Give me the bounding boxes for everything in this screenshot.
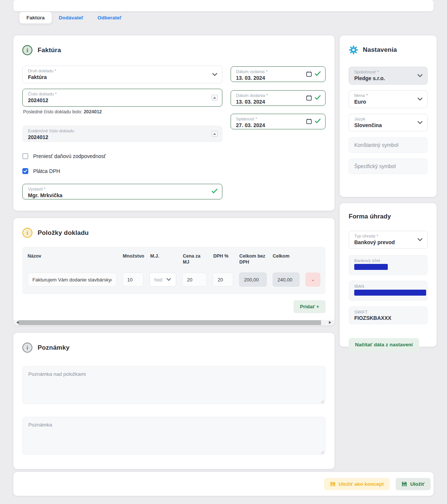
col-header-mnozstvo: Množstvo <box>123 253 145 259</box>
item-row: hod 200,00 240,00 - <box>28 267 320 294</box>
tab-dodavatel[interactable]: Dodávateľ <box>52 12 91 23</box>
language-value: Slovenčina <box>354 122 422 129</box>
currency-value: Euro <box>354 98 422 105</box>
due-date-field[interactable]: Splatnosť * 27. 03. 2024 <box>231 114 326 129</box>
document-number-input[interactable] <box>28 97 202 104</box>
item-unit-price-cell <box>182 273 207 287</box>
item-unit-value: hod <box>154 277 162 283</box>
vat-payer-checkbox-row[interactable]: Plátca DPH <box>22 168 222 174</box>
language-select[interactable]: Jazyk Slovenčina <box>349 114 428 132</box>
notes-card-title: Poznámky <box>38 344 70 352</box>
swift-field[interactable]: SWIFT FIOZSKBAXXX <box>349 306 428 324</box>
delivery-date-field[interactable]: Dátum dodania * 13. 03. 2024 <box>231 90 326 106</box>
constant-symbol-input[interactable] <box>349 137 428 153</box>
company-select[interactable]: Spoločnosť * Pledge s.r.o. <box>349 67 428 85</box>
number-stepper-icon[interactable] <box>212 131 218 137</box>
document-number-label: Číslo dokladu * <box>28 92 217 96</box>
item-unit-price-input[interactable] <box>187 277 202 283</box>
valid-check-icon <box>212 189 218 193</box>
horizontal-scrollbar[interactable] <box>13 320 335 325</box>
calendar-icon[interactable] <box>306 71 312 77</box>
top-whitespace-bar <box>13 0 434 11</box>
issue-date-field[interactable]: Dátum vydania * 13. 03. 2024 <box>231 66 326 82</box>
info-icon: i <box>22 228 32 238</box>
registry-number-field[interactable]: Evidenčné číslo dokladu <box>22 126 222 142</box>
col-header-nazov: Názov <box>28 253 117 259</box>
company-value: Pledge s.r.o. <box>354 75 422 82</box>
load-settings-data-button[interactable]: Načítať dáta z nastavení <box>349 338 419 351</box>
item-quantity-cell <box>123 273 144 287</box>
item-name-input[interactable] <box>32 277 112 283</box>
document-type-value: Faktúra <box>28 74 217 81</box>
scrollbar-thumb[interactable] <box>19 320 321 325</box>
reverse-charge-checkbox-row[interactable]: Preniesť daňovú zodpovednosť <box>22 153 222 159</box>
chevron-down-icon <box>418 238 422 241</box>
vat-payer-label: Plátca DPH <box>33 168 60 174</box>
save-label: Uložiť <box>410 481 425 487</box>
save-button[interactable]: Uložiť <box>396 478 431 490</box>
chevron-down-icon <box>418 98 422 101</box>
iban-field[interactable]: IBAN <box>349 281 428 301</box>
calendar-icon[interactable] <box>306 95 312 101</box>
col-header-mj: M.J. <box>150 253 177 259</box>
items-card-title: Položky dokladu <box>38 229 89 237</box>
item-total-without-vat: 200,00 <box>239 273 267 287</box>
currency-select[interactable]: Mena * Euro <box>349 90 428 108</box>
footer-action-bar: Uložiť ako koncept Uložiť <box>13 472 434 496</box>
col-header-cena: Cena za MJ <box>183 253 207 265</box>
payment-type-label: Typ úhrady * <box>354 234 422 238</box>
language-label: Jazyk <box>354 117 422 121</box>
tab-faktura[interactable]: Faktúra <box>19 12 52 23</box>
item-unit-select[interactable]: hod <box>149 273 176 287</box>
iban-redacted-value <box>354 290 426 296</box>
add-item-button[interactable]: Pridať + <box>294 300 326 313</box>
floppy-disk-icon <box>330 481 336 487</box>
reverse-charge-checkbox[interactable] <box>22 153 28 159</box>
tab-bar: Faktúra Dodávateľ Odberateľ <box>19 12 129 23</box>
bank-account-field[interactable]: Bankový účet <box>349 255 428 275</box>
valid-check-icon <box>315 71 321 76</box>
resize-grip-icon[interactable] <box>321 451 324 454</box>
chevron-down-icon <box>418 121 422 124</box>
number-stepper-icon[interactable] <box>212 95 218 101</box>
chevron-down-icon <box>212 73 217 76</box>
tab-odberatel[interactable]: Odberateľ <box>91 12 129 23</box>
info-icon: i <box>22 45 32 55</box>
payment-card-title: Forma úhrady <box>349 213 428 220</box>
item-vat-cell <box>213 273 233 287</box>
note-above-items-textarea[interactable] <box>22 366 326 404</box>
items-card: i Položky dokladu Názov Množstvo M.J. Ce… <box>13 218 335 325</box>
scroll-left-arrow-icon[interactable] <box>15 321 19 324</box>
item-vat-input[interactable] <box>218 277 228 283</box>
specific-symbol-input[interactable] <box>349 158 428 174</box>
notes-card: i Poznámky <box>13 333 335 469</box>
save-as-draft-button[interactable]: Uložiť ako koncept <box>324 478 390 490</box>
gear-icon <box>349 45 358 55</box>
settings-card-title: Nastavenia <box>363 46 397 54</box>
issued-by-field[interactable]: Vystavil * <box>22 184 222 199</box>
invoice-card-title: Faktúra <box>38 47 61 54</box>
payment-type-select[interactable]: Typ úhrady * Bankový prevod <box>349 231 428 249</box>
document-type-label: Druh dokladu * <box>28 69 217 73</box>
note-textarea[interactable] <box>22 417 326 455</box>
calendar-icon[interactable] <box>306 119 312 124</box>
info-icon: i <box>22 343 32 353</box>
col-header-celkom: Celkom <box>273 253 299 259</box>
document-number-field[interactable]: Číslo dokladu * <box>22 89 222 107</box>
valid-check-icon <box>315 95 321 100</box>
swift-value: FIOZSKBAXXX <box>354 315 422 321</box>
remove-item-button[interactable]: - <box>305 273 320 287</box>
bank-account-redacted-value <box>354 264 388 270</box>
resize-grip-icon[interactable] <box>321 400 324 403</box>
registry-number-input[interactable] <box>28 134 202 141</box>
item-name-cell <box>28 273 117 287</box>
save-as-draft-label: Uložiť ako koncept <box>339 481 384 487</box>
document-type-select[interactable]: Druh dokladu * Faktúra <box>22 66 222 84</box>
issued-by-input[interactable] <box>28 192 202 199</box>
col-header-dph: DPH % <box>213 253 233 259</box>
scroll-right-arrow-icon[interactable] <box>329 321 333 324</box>
vat-payer-checkbox[interactable] <box>22 168 28 174</box>
last-number-helper: Posledné číslo dokladu bolo: 2024012 <box>23 109 222 114</box>
company-label: Spoločnosť * <box>354 70 422 74</box>
item-quantity-input[interactable] <box>127 277 139 283</box>
